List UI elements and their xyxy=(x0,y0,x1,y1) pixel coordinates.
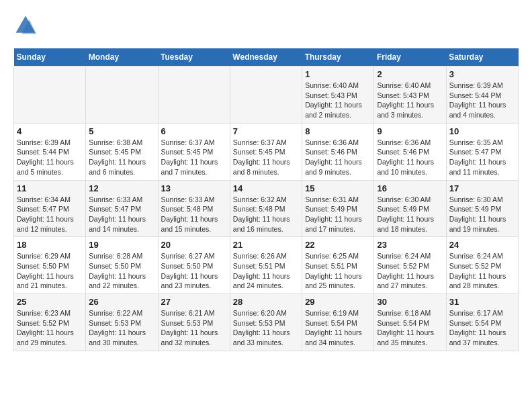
header-saturday: Saturday xyxy=(446,48,518,66)
day-number: 31 xyxy=(449,297,515,307)
weekday-header-row: Sunday Monday Tuesday Wednesday Thursday… xyxy=(14,48,519,66)
table-row: 17Sunrise: 6:30 AM Sunset: 5:49 PM Dayli… xyxy=(446,180,518,237)
day-number: 7 xyxy=(233,126,299,136)
table-row: 3Sunrise: 6:39 AM Sunset: 5:44 PM Daylig… xyxy=(446,66,518,124)
header-thursday: Thursday xyxy=(302,48,374,66)
table-row: 11Sunrise: 6:34 AM Sunset: 5:47 PM Dayli… xyxy=(14,180,86,237)
header-monday: Monday xyxy=(86,48,158,66)
table-row xyxy=(86,66,158,124)
day-number: 9 xyxy=(377,126,443,136)
day-number: 27 xyxy=(161,297,227,307)
day-info: Sunrise: 6:25 AM Sunset: 5:51 PM Dayligh… xyxy=(305,251,371,291)
day-info: Sunrise: 6:30 AM Sunset: 5:49 PM Dayligh… xyxy=(377,195,443,234)
day-info: Sunrise: 6:30 AM Sunset: 5:49 PM Dayligh… xyxy=(449,195,515,234)
day-info: Sunrise: 6:17 AM Sunset: 5:54 PM Dayligh… xyxy=(449,308,515,348)
day-number: 15 xyxy=(305,183,371,193)
table-row: 25Sunrise: 6:23 AM Sunset: 5:52 PM Dayli… xyxy=(14,294,86,351)
day-number: 21 xyxy=(233,240,299,250)
day-number: 5 xyxy=(89,126,154,136)
day-number: 2 xyxy=(377,69,443,79)
day-number: 24 xyxy=(449,240,515,250)
day-number: 19 xyxy=(89,240,154,250)
header-wednesday: Wednesday xyxy=(230,48,302,66)
day-number: 23 xyxy=(377,240,443,250)
table-row: 22Sunrise: 6:25 AM Sunset: 5:51 PM Dayli… xyxy=(302,237,374,294)
table-row: 20Sunrise: 6:27 AM Sunset: 5:50 PM Dayli… xyxy=(158,237,230,294)
day-info: Sunrise: 6:38 AM Sunset: 5:45 PM Dayligh… xyxy=(89,138,154,177)
day-number: 4 xyxy=(17,126,83,136)
table-row: 18Sunrise: 6:29 AM Sunset: 5:50 PM Dayli… xyxy=(14,237,86,294)
calendar-week-row: 25Sunrise: 6:23 AM Sunset: 5:52 PM Dayli… xyxy=(14,294,519,351)
day-number: 13 xyxy=(161,183,227,193)
table-row: 14Sunrise: 6:32 AM Sunset: 5:48 PM Dayli… xyxy=(230,180,302,237)
day-info: Sunrise: 6:39 AM Sunset: 5:44 PM Dayligh… xyxy=(449,81,515,120)
day-number: 8 xyxy=(305,126,371,136)
day-number: 28 xyxy=(233,297,299,307)
day-number: 1 xyxy=(305,69,371,79)
day-info: Sunrise: 6:36 AM Sunset: 5:46 PM Dayligh… xyxy=(377,138,443,177)
table-row xyxy=(158,66,230,124)
day-info: Sunrise: 6:28 AM Sunset: 5:50 PM Dayligh… xyxy=(89,251,154,291)
day-info: Sunrise: 6:26 AM Sunset: 5:51 PM Dayligh… xyxy=(233,251,299,291)
table-row: 27Sunrise: 6:21 AM Sunset: 5:53 PM Dayli… xyxy=(158,294,230,351)
table-row: 15Sunrise: 6:31 AM Sunset: 5:49 PM Dayli… xyxy=(302,180,374,237)
day-info: Sunrise: 6:33 AM Sunset: 5:47 PM Dayligh… xyxy=(89,195,154,234)
table-row: 5Sunrise: 6:38 AM Sunset: 5:45 PM Daylig… xyxy=(86,123,158,180)
calendar-header: Sunday Monday Tuesday Wednesday Thursday… xyxy=(14,48,519,66)
day-info: Sunrise: 6:40 AM Sunset: 5:43 PM Dayligh… xyxy=(305,81,371,120)
day-info: Sunrise: 6:20 AM Sunset: 5:53 PM Dayligh… xyxy=(233,308,299,348)
day-info: Sunrise: 6:19 AM Sunset: 5:54 PM Dayligh… xyxy=(305,308,371,348)
day-number: 6 xyxy=(161,126,227,136)
calendar-week-row: 4Sunrise: 6:39 AM Sunset: 5:44 PM Daylig… xyxy=(14,123,519,180)
day-info: Sunrise: 6:36 AM Sunset: 5:46 PM Dayligh… xyxy=(305,138,371,177)
day-info: Sunrise: 6:29 AM Sunset: 5:50 PM Dayligh… xyxy=(17,251,83,291)
day-number: 14 xyxy=(233,183,299,193)
table-row: 26Sunrise: 6:22 AM Sunset: 5:53 PM Dayli… xyxy=(86,294,158,351)
day-info: Sunrise: 6:33 AM Sunset: 5:48 PM Dayligh… xyxy=(161,195,227,234)
day-number: 25 xyxy=(17,297,83,307)
table-row: 21Sunrise: 6:26 AM Sunset: 5:51 PM Dayli… xyxy=(230,237,302,294)
day-info: Sunrise: 6:27 AM Sunset: 5:50 PM Dayligh… xyxy=(161,251,227,291)
day-number: 18 xyxy=(17,240,83,250)
day-info: Sunrise: 6:34 AM Sunset: 5:47 PM Dayligh… xyxy=(17,195,83,234)
day-info: Sunrise: 6:24 AM Sunset: 5:52 PM Dayligh… xyxy=(377,251,443,291)
day-number: 20 xyxy=(161,240,227,250)
table-row: 1Sunrise: 6:40 AM Sunset: 5:43 PM Daylig… xyxy=(302,66,374,124)
header-friday: Friday xyxy=(374,48,446,66)
table-row: 24Sunrise: 6:24 AM Sunset: 5:52 PM Dayli… xyxy=(446,237,518,294)
table-row: 16Sunrise: 6:30 AM Sunset: 5:49 PM Dayli… xyxy=(374,180,446,237)
calendar-week-row: 11Sunrise: 6:34 AM Sunset: 5:47 PM Dayli… xyxy=(14,180,519,237)
logo-icon xyxy=(13,13,38,38)
table-row: 7Sunrise: 6:37 AM Sunset: 5:45 PM Daylig… xyxy=(230,123,302,180)
day-number: 10 xyxy=(449,126,515,136)
header-tuesday: Tuesday xyxy=(158,48,230,66)
page-header xyxy=(13,13,519,38)
header-sunday: Sunday xyxy=(14,48,86,66)
day-info: Sunrise: 6:40 AM Sunset: 5:43 PM Dayligh… xyxy=(377,81,443,120)
day-info: Sunrise: 6:37 AM Sunset: 5:45 PM Dayligh… xyxy=(161,138,227,177)
day-number: 26 xyxy=(89,297,154,307)
table-row xyxy=(14,66,86,124)
table-row xyxy=(230,66,302,124)
calendar-week-row: 1Sunrise: 6:40 AM Sunset: 5:43 PM Daylig… xyxy=(14,66,519,124)
calendar-week-row: 18Sunrise: 6:29 AM Sunset: 5:50 PM Dayli… xyxy=(14,237,519,294)
table-row: 28Sunrise: 6:20 AM Sunset: 5:53 PM Dayli… xyxy=(230,294,302,351)
calendar-table: Sunday Monday Tuesday Wednesday Thursday… xyxy=(13,48,519,351)
table-row: 12Sunrise: 6:33 AM Sunset: 5:47 PM Dayli… xyxy=(86,180,158,237)
day-number: 16 xyxy=(377,183,443,193)
day-number: 11 xyxy=(17,183,83,193)
day-info: Sunrise: 6:22 AM Sunset: 5:53 PM Dayligh… xyxy=(89,308,154,348)
day-number: 12 xyxy=(89,183,154,193)
day-info: Sunrise: 6:32 AM Sunset: 5:48 PM Dayligh… xyxy=(233,195,299,234)
day-info: Sunrise: 6:37 AM Sunset: 5:45 PM Dayligh… xyxy=(233,138,299,177)
day-number: 30 xyxy=(377,297,443,307)
table-row: 23Sunrise: 6:24 AM Sunset: 5:52 PM Dayli… xyxy=(374,237,446,294)
table-row: 10Sunrise: 6:35 AM Sunset: 5:47 PM Dayli… xyxy=(446,123,518,180)
day-number: 17 xyxy=(449,183,515,193)
day-number: 29 xyxy=(305,297,371,307)
table-row: 4Sunrise: 6:39 AM Sunset: 5:44 PM Daylig… xyxy=(14,123,86,180)
table-row: 30Sunrise: 6:18 AM Sunset: 5:54 PM Dayli… xyxy=(374,294,446,351)
day-info: Sunrise: 6:23 AM Sunset: 5:52 PM Dayligh… xyxy=(17,308,83,348)
table-row: 6Sunrise: 6:37 AM Sunset: 5:45 PM Daylig… xyxy=(158,123,230,180)
table-row: 2Sunrise: 6:40 AM Sunset: 5:43 PM Daylig… xyxy=(374,66,446,124)
